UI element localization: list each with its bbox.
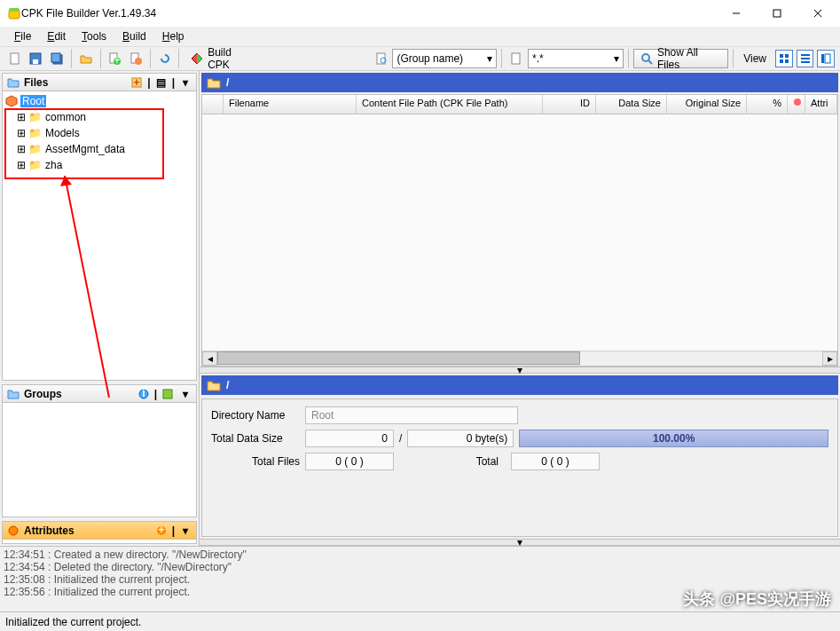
svg-rect-8 — [33, 59, 38, 64]
tree-item[interactable]: ⊞📁common — [4, 109, 194, 125]
col-id[interactable]: ID — [543, 95, 596, 114]
files-panel-header: Files + | ▤ | ▾ — [3, 74, 196, 91]
dropdown-icon[interactable]: ▾ — [178, 387, 192, 401]
scroll-right-icon[interactable]: ▸ — [822, 351, 837, 366]
log-panel[interactable]: 12:34:51 : Created a new directory. "/Ne… — [0, 546, 840, 611]
folder-open-icon[interactable] — [76, 49, 96, 68]
expand-icon[interactable]: ⊞ — [17, 127, 26, 139]
folder-icon — [6, 387, 20, 401]
tree-item[interactable]: ⊞📁AssetMgmt_data — [4, 141, 194, 157]
diamond-icon — [190, 51, 204, 66]
col-data-size[interactable]: Data Size — [596, 95, 667, 114]
list-icon[interactable]: ▤ — [154, 75, 169, 90]
add-attr-icon[interactable]: + — [154, 524, 169, 538]
col-filename[interactable]: Filename — [224, 95, 357, 114]
scroll-track[interactable] — [217, 351, 822, 366]
add-icon[interactable]: + — [130, 75, 144, 90]
toolbar-divider — [628, 49, 629, 68]
build-cpk-button[interactable]: Build CPK — [184, 49, 261, 68]
splitter-collapser-2[interactable]: ▾ — [200, 539, 840, 546]
svg-rect-25 — [801, 54, 810, 56]
log-line: 12:35:08 : Initialized the current proje… — [4, 573, 836, 586]
tree-item[interactable]: ⊞📁Models — [4, 125, 194, 141]
attributes-panel: Attributes + | ▾ — [2, 521, 197, 544]
tree-label: zha — [43, 159, 64, 171]
total-data-size-label: Total Data Size — [211, 432, 300, 445]
menu-file[interactable]: File — [7, 28, 38, 44]
horizontal-scrollbar[interactable]: ◂ ▸ — [202, 351, 837, 366]
dir-name-label: Directory Name — [211, 409, 300, 422]
search-page-icon[interactable] — [372, 49, 391, 68]
close-button[interactable] — [797, 0, 838, 27]
total-value: 0 ( 0 ) — [511, 453, 600, 470]
col-content-path[interactable]: Content File Path (CPK File Path) — [357, 95, 543, 114]
log-line: 12:34:54 : Deleted the directory. "/NewD… — [4, 561, 836, 573]
col-orig-size[interactable]: Original Size — [667, 95, 747, 114]
attributes-panel-header[interactable]: Attributes + | ▾ — [3, 522, 196, 540]
scroll-thumb[interactable] — [217, 351, 580, 365]
svg-text:i: i — [142, 389, 145, 399]
folder-open-icon — [207, 378, 221, 392]
tree-label: Models — [43, 127, 82, 139]
toolbar-divider — [733, 49, 734, 68]
groups-body[interactable] — [3, 403, 196, 517]
groups-panel-title: Groups — [24, 388, 62, 400]
tree-label: common — [43, 111, 88, 123]
refresh-icon[interactable] — [155, 49, 175, 68]
progress-text: 100.00% — [653, 432, 695, 445]
page-refresh-icon[interactable] — [126, 49, 145, 68]
view-mode-3-button[interactable] — [817, 50, 835, 67]
tree-root[interactable]: Root — [4, 93, 194, 109]
expand-icon[interactable]: ⊞ — [17, 111, 26, 123]
filter-page-icon[interactable] — [506, 49, 526, 68]
menu-build[interactable]: Build — [115, 28, 153, 44]
save-icon[interactable] — [27, 49, 46, 68]
dropdown-icon[interactable]: ▾ — [178, 75, 192, 90]
info-icon[interactable]: i — [137, 387, 151, 401]
path-text: / — [226, 379, 229, 391]
filter-combo[interactable]: *.* ▾ — [528, 49, 624, 68]
expand-icon[interactable]: ⊞ — [17, 143, 26, 155]
total-data-size-b: 0 byte(s) — [407, 430, 514, 447]
menu-edit[interactable]: Edit — [40, 28, 73, 44]
path-text: / — [226, 76, 229, 89]
svg-point-37 — [9, 526, 18, 535]
col-percent[interactable]: % — [747, 95, 788, 114]
grid-body[interactable] — [202, 114, 837, 351]
total-label: Total — [399, 455, 506, 468]
new-icon[interactable] — [5, 49, 25, 68]
groups-panel: Groups i | ▾ — [2, 384, 197, 517]
workspace: Files + | ▤ | ▾ Root ⊞📁common ⊞📁Models ⊞… — [0, 71, 840, 546]
status-text: Initialized the current project. — [5, 616, 141, 628]
menu-tools[interactable]: Tools — [75, 28, 114, 44]
col-icon[interactable] — [202, 95, 224, 114]
add-group-icon[interactable] — [161, 387, 175, 401]
expand-icon[interactable]: ⊞ — [17, 159, 26, 171]
menu-help[interactable]: Help — [155, 28, 192, 44]
files-tree[interactable]: Root ⊞📁common ⊞📁Models ⊞📁AssetMgmt_data … — [3, 91, 196, 380]
dropdown-icon[interactable]: ▾ — [178, 524, 192, 538]
show-all-files-button[interactable]: Show All Files — [633, 49, 728, 68]
page-plus-icon[interactable]: + — [106, 49, 125, 68]
svg-line-20 — [648, 60, 652, 64]
view-mode-1-button[interactable] — [775, 50, 793, 67]
view-label: View — [738, 52, 772, 65]
minimize-button[interactable] — [716, 0, 757, 27]
splitter-collapser[interactable]: ▾ — [200, 367, 840, 374]
path-bar-top: / — [201, 73, 838, 92]
toolbar-divider — [71, 49, 72, 68]
annotation-arrow — [47, 176, 118, 406]
save-all-icon[interactable] — [47, 49, 67, 68]
svg-rect-28 — [821, 54, 824, 63]
tree-root-label: Root — [20, 95, 46, 107]
scroll-left-icon[interactable]: ◂ — [202, 351, 217, 366]
group-name-combo[interactable]: (Group name) ▾ — [392, 49, 497, 68]
tree-item[interactable]: ⊞📁zha — [4, 157, 194, 173]
svg-line-32 — [65, 176, 109, 398]
groups-panel-header: Groups i | ▾ — [3, 385, 196, 403]
col-status-icon[interactable] — [788, 95, 805, 114]
col-attr[interactable]: Attri — [805, 95, 837, 114]
progress-bar: 100.00% — [519, 430, 828, 447]
view-mode-2-button[interactable] — [797, 50, 814, 67]
maximize-button[interactable] — [757, 0, 797, 27]
